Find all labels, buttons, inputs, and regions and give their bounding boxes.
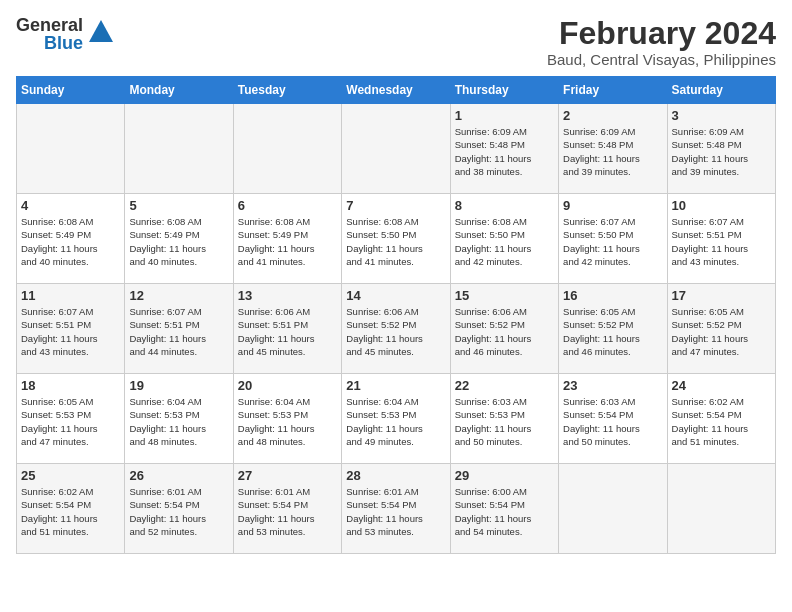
location-subtitle: Baud, Central Visayas, Philippines <box>547 51 776 68</box>
day-info: Sunrise: 6:07 AM Sunset: 5:50 PM Dayligh… <box>563 215 662 268</box>
calendar-cell: 14Sunrise: 6:06 AM Sunset: 5:52 PM Dayli… <box>342 284 450 374</box>
day-number: 29 <box>455 468 554 483</box>
day-info: Sunrise: 6:02 AM Sunset: 5:54 PM Dayligh… <box>672 395 771 448</box>
day-info: Sunrise: 6:03 AM Sunset: 5:53 PM Dayligh… <box>455 395 554 448</box>
calendar-header-friday: Friday <box>559 77 667 104</box>
calendar-cell: 9Sunrise: 6:07 AM Sunset: 5:50 PM Daylig… <box>559 194 667 284</box>
calendar-header-tuesday: Tuesday <box>233 77 341 104</box>
calendar-cell: 18Sunrise: 6:05 AM Sunset: 5:53 PM Dayli… <box>17 374 125 464</box>
calendar-header-thursday: Thursday <box>450 77 558 104</box>
calendar-cell <box>559 464 667 554</box>
calendar-cell: 26Sunrise: 6:01 AM Sunset: 5:54 PM Dayli… <box>125 464 233 554</box>
day-info: Sunrise: 6:01 AM Sunset: 5:54 PM Dayligh… <box>238 485 337 538</box>
day-info: Sunrise: 6:05 AM Sunset: 5:52 PM Dayligh… <box>563 305 662 358</box>
day-info: Sunrise: 6:01 AM Sunset: 5:54 PM Dayligh… <box>129 485 228 538</box>
day-number: 22 <box>455 378 554 393</box>
day-info: Sunrise: 6:00 AM Sunset: 5:54 PM Dayligh… <box>455 485 554 538</box>
day-number: 10 <box>672 198 771 213</box>
day-info: Sunrise: 6:07 AM Sunset: 5:51 PM Dayligh… <box>21 305 120 358</box>
calendar-cell: 2Sunrise: 6:09 AM Sunset: 5:48 PM Daylig… <box>559 104 667 194</box>
day-number: 1 <box>455 108 554 123</box>
calendar-cell: 7Sunrise: 6:08 AM Sunset: 5:50 PM Daylig… <box>342 194 450 284</box>
calendar-cell: 11Sunrise: 6:07 AM Sunset: 5:51 PM Dayli… <box>17 284 125 374</box>
calendar-header-sunday: Sunday <box>17 77 125 104</box>
day-info: Sunrise: 6:05 AM Sunset: 5:52 PM Dayligh… <box>672 305 771 358</box>
calendar-cell: 21Sunrise: 6:04 AM Sunset: 5:53 PM Dayli… <box>342 374 450 464</box>
day-number: 4 <box>21 198 120 213</box>
calendar-header-saturday: Saturday <box>667 77 775 104</box>
calendar-cell: 5Sunrise: 6:08 AM Sunset: 5:49 PM Daylig… <box>125 194 233 284</box>
day-info: Sunrise: 6:08 AM Sunset: 5:50 PM Dayligh… <box>455 215 554 268</box>
calendar-week-row: 1Sunrise: 6:09 AM Sunset: 5:48 PM Daylig… <box>17 104 776 194</box>
day-number: 18 <box>21 378 120 393</box>
day-info: Sunrise: 6:05 AM Sunset: 5:53 PM Dayligh… <box>21 395 120 448</box>
day-number: 23 <box>563 378 662 393</box>
calendar-cell <box>342 104 450 194</box>
day-number: 26 <box>129 468 228 483</box>
day-number: 28 <box>346 468 445 483</box>
calendar-cell: 25Sunrise: 6:02 AM Sunset: 5:54 PM Dayli… <box>17 464 125 554</box>
calendar-cell: 20Sunrise: 6:04 AM Sunset: 5:53 PM Dayli… <box>233 374 341 464</box>
day-info: Sunrise: 6:06 AM Sunset: 5:51 PM Dayligh… <box>238 305 337 358</box>
calendar-cell <box>125 104 233 194</box>
day-number: 16 <box>563 288 662 303</box>
day-number: 11 <box>21 288 120 303</box>
day-info: Sunrise: 6:09 AM Sunset: 5:48 PM Dayligh… <box>672 125 771 178</box>
day-info: Sunrise: 6:09 AM Sunset: 5:48 PM Dayligh… <box>563 125 662 178</box>
calendar-header-row: SundayMondayTuesdayWednesdayThursdayFrid… <box>17 77 776 104</box>
day-number: 19 <box>129 378 228 393</box>
day-number: 13 <box>238 288 337 303</box>
calendar-cell: 27Sunrise: 6:01 AM Sunset: 5:54 PM Dayli… <box>233 464 341 554</box>
day-number: 25 <box>21 468 120 483</box>
day-info: Sunrise: 6:08 AM Sunset: 5:49 PM Dayligh… <box>129 215 228 268</box>
day-info: Sunrise: 6:07 AM Sunset: 5:51 PM Dayligh… <box>129 305 228 358</box>
calendar-cell: 12Sunrise: 6:07 AM Sunset: 5:51 PM Dayli… <box>125 284 233 374</box>
day-info: Sunrise: 6:06 AM Sunset: 5:52 PM Dayligh… <box>455 305 554 358</box>
day-number: 21 <box>346 378 445 393</box>
day-info: Sunrise: 6:08 AM Sunset: 5:49 PM Dayligh… <box>21 215 120 268</box>
day-info: Sunrise: 6:08 AM Sunset: 5:50 PM Dayligh… <box>346 215 445 268</box>
calendar-cell <box>17 104 125 194</box>
calendar-cell: 22Sunrise: 6:03 AM Sunset: 5:53 PM Dayli… <box>450 374 558 464</box>
day-info: Sunrise: 6:02 AM Sunset: 5:54 PM Dayligh… <box>21 485 120 538</box>
day-number: 2 <box>563 108 662 123</box>
calendar-cell: 10Sunrise: 6:07 AM Sunset: 5:51 PM Dayli… <box>667 194 775 284</box>
calendar-cell: 28Sunrise: 6:01 AM Sunset: 5:54 PM Dayli… <box>342 464 450 554</box>
logo-general-text: General <box>16 16 83 34</box>
month-year-title: February 2024 <box>547 16 776 51</box>
logo: General Blue <box>16 16 115 52</box>
day-number: 5 <box>129 198 228 213</box>
day-info: Sunrise: 6:04 AM Sunset: 5:53 PM Dayligh… <box>346 395 445 448</box>
day-info: Sunrise: 6:03 AM Sunset: 5:54 PM Dayligh… <box>563 395 662 448</box>
calendar-cell: 29Sunrise: 6:00 AM Sunset: 5:54 PM Dayli… <box>450 464 558 554</box>
calendar-cell: 17Sunrise: 6:05 AM Sunset: 5:52 PM Dayli… <box>667 284 775 374</box>
day-number: 12 <box>129 288 228 303</box>
calendar-cell: 19Sunrise: 6:04 AM Sunset: 5:53 PM Dayli… <box>125 374 233 464</box>
day-number: 3 <box>672 108 771 123</box>
header: General Blue February 2024 Baud, Central… <box>16 16 776 68</box>
day-info: Sunrise: 6:04 AM Sunset: 5:53 PM Dayligh… <box>238 395 337 448</box>
day-number: 7 <box>346 198 445 213</box>
calendar-header-wednesday: Wednesday <box>342 77 450 104</box>
logo-blue-text: Blue <box>44 34 83 52</box>
day-info: Sunrise: 6:06 AM Sunset: 5:52 PM Dayligh… <box>346 305 445 358</box>
day-number: 6 <box>238 198 337 213</box>
day-info: Sunrise: 6:08 AM Sunset: 5:49 PM Dayligh… <box>238 215 337 268</box>
calendar-cell: 6Sunrise: 6:08 AM Sunset: 5:49 PM Daylig… <box>233 194 341 284</box>
day-number: 27 <box>238 468 337 483</box>
calendar-cell: 16Sunrise: 6:05 AM Sunset: 5:52 PM Dayli… <box>559 284 667 374</box>
day-number: 14 <box>346 288 445 303</box>
calendar-week-row: 4Sunrise: 6:08 AM Sunset: 5:49 PM Daylig… <box>17 194 776 284</box>
day-number: 8 <box>455 198 554 213</box>
calendar-cell <box>233 104 341 194</box>
logo-icon <box>87 18 115 50</box>
calendar-cell: 3Sunrise: 6:09 AM Sunset: 5:48 PM Daylig… <box>667 104 775 194</box>
day-info: Sunrise: 6:09 AM Sunset: 5:48 PM Dayligh… <box>455 125 554 178</box>
day-number: 15 <box>455 288 554 303</box>
calendar-cell <box>667 464 775 554</box>
calendar-week-row: 25Sunrise: 6:02 AM Sunset: 5:54 PM Dayli… <box>17 464 776 554</box>
title-area: February 2024 Baud, Central Visayas, Phi… <box>547 16 776 68</box>
day-number: 20 <box>238 378 337 393</box>
calendar-table: SundayMondayTuesdayWednesdayThursdayFrid… <box>16 76 776 554</box>
day-info: Sunrise: 6:04 AM Sunset: 5:53 PM Dayligh… <box>129 395 228 448</box>
